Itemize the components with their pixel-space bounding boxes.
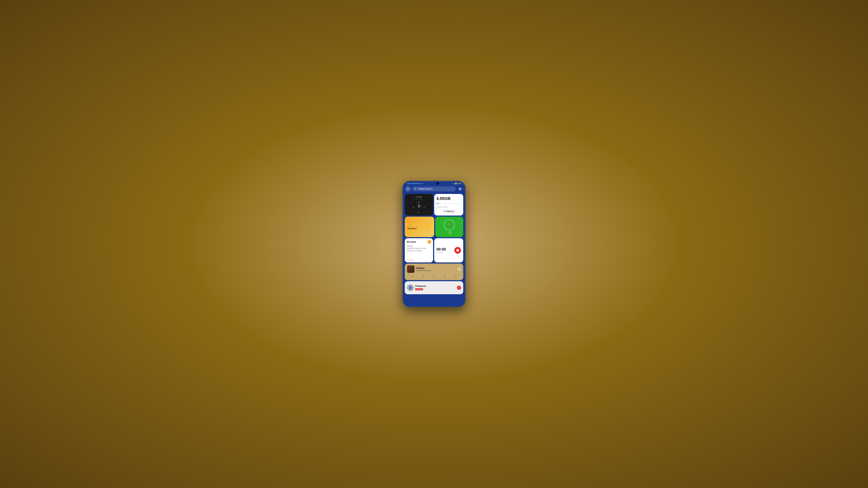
widget-row-2: -- ° Weather ☀️ 🚶 -- kcal -- km: [405, 217, 463, 237]
fitness-kcal: -- kcal: [447, 231, 451, 233]
social-actions: ●: [457, 286, 461, 290]
battery-value: 100%: [458, 183, 462, 185]
add-widget-button[interactable]: +: [405, 186, 411, 192]
widget-row-3: All notes + Packing MacBook, charger, mo…: [405, 238, 463, 262]
notes-widget[interactable]: All notes + Packing MacBook, charger, mo…: [405, 238, 433, 262]
clock-widget[interactable]: Chicago Never Settle 12 3 6 9: [405, 194, 433, 216]
recorder-info: 00:00 Recorder: [436, 247, 446, 253]
recorder-record-button[interactable]: [454, 247, 461, 254]
search-icon: 🔍: [414, 188, 417, 190]
recorder-time: 00:00: [436, 247, 446, 252]
notes-date: 12/27/2024: [407, 259, 431, 261]
ram-value: 4.55GB: [436, 196, 461, 201]
svg-text:6: 6: [418, 212, 419, 213]
music-note-5-icon[interactable]: ♫: [454, 274, 457, 278]
music-now-playing: Feather Sabrina Carpenter ○: [407, 265, 461, 273]
cleanup-icon: ✔: [444, 210, 445, 213]
fitness-widget[interactable]: 🚶 -- kcal -- km: [435, 217, 463, 237]
widget-row-1: Chicago Never Settle 12 3 6 9: [405, 194, 463, 216]
settings-button[interactable]: ⚙️: [457, 186, 463, 192]
ram-widget[interactable]: 4.55GB 58.9GB / 512GB ✔ Clean up: [434, 194, 463, 216]
phone-frame: 1:33 🔵🐦W M M ∞ ⊙ 🔵 📶 100% + 🔍 Global Sea…: [402, 181, 466, 307]
weather-temp: -- °: [407, 224, 417, 227]
music-note-1-icon[interactable]: ♫: [411, 274, 414, 278]
note-item-3: Steam deck, charger...: [407, 250, 431, 252]
music-artist: Sabrina Carpenter: [416, 269, 456, 271]
phone-container: 1:33 🔵🐦W M M ∞ ⊙ 🔵 📶 100% + 🔍 Global Sea…: [402, 181, 466, 307]
widget-grid: Chicago Never Settle 12 3 6 9: [403, 193, 465, 307]
recorder-widget[interactable]: 00:00 Recorder: [434, 238, 463, 262]
recorder-dot-icon: [456, 249, 459, 252]
svg-line-5: [419, 205, 421, 207]
weather-label: Weather: [407, 227, 417, 230]
camera-notch: [437, 183, 439, 185]
music-note-4-icon[interactable]: ♫: [443, 274, 446, 278]
social-tag: Supreme: [415, 288, 423, 290]
fitness-circle: 🚶: [444, 219, 455, 230]
ram-bar: [436, 203, 439, 204]
search-area: + 🔍 Global Search ⚙️: [403, 185, 465, 193]
clock-subtitle: Never Settle: [415, 198, 423, 200]
svg-text:9: 9: [413, 206, 414, 208]
ram-bar-container: [436, 203, 461, 204]
music-track-info: Feather Sabrina Carpenter: [416, 267, 456, 271]
weather-widget[interactable]: -- ° Weather ☀️: [405, 217, 434, 237]
weather-sun-icon: ☀️: [426, 224, 432, 230]
clock-face: 12 3 6 9: [412, 201, 426, 214]
notes-header: All notes +: [407, 240, 431, 244]
music-title: Feather: [416, 267, 456, 269]
note-item-1: Packing: [407, 245, 431, 247]
fitness-walker-icon: 🚶: [447, 222, 452, 227]
notes-content: Packing MacBook, charger, mouse Steam de…: [407, 245, 431, 258]
fitness-km: -- km: [447, 233, 451, 234]
bluetooth-icon: 🔵: [452, 183, 454, 185]
social-record-button[interactable]: ●: [457, 286, 461, 290]
cleanup-button[interactable]: ✔ Clean up: [442, 209, 456, 213]
fitness-stats: -- kcal -- km: [447, 231, 451, 234]
svg-point-7: [418, 207, 419, 207]
note-item-2: MacBook, charger, mouse: [407, 247, 431, 250]
social-name: Philipbeme: [415, 285, 456, 287]
status-bar: 1:33 🔵🐦W M M ∞ ⊙ 🔵 📶 100%: [403, 181, 465, 185]
wifi-icon: 📶: [455, 183, 457, 185]
global-search-bar[interactable]: 🔍 Global Search: [412, 187, 456, 191]
status-time: 1:33: [406, 183, 410, 185]
cleanup-label: Clean up: [446, 210, 454, 213]
music-controls: ♫ ♫ ♫ ♫ ♫: [407, 274, 461, 278]
svg-line-6: [417, 204, 419, 207]
music-note-2-icon[interactable]: ♫: [422, 274, 425, 278]
search-placeholder: Global Search: [418, 188, 432, 190]
music-album-art: [407, 265, 414, 273]
status-left: 1:33 🔵🐦W M M ∞ ⊙: [406, 183, 423, 185]
music-widget[interactable]: Feather Sabrina Carpenter ○ ♫ ♫ ♫ ♫ ♫: [405, 264, 463, 280]
music-note-3-icon[interactable]: ♫: [433, 274, 435, 278]
music-expand-button[interactable]: ○: [457, 267, 461, 271]
svg-text:12: 12: [418, 201, 420, 203]
social-record-icon: ●: [458, 287, 460, 289]
ram-detail: 58.9GB / 512GB: [436, 206, 461, 208]
recorder-label: Recorder: [436, 252, 446, 253]
social-content: Philipbeme Supreme: [415, 285, 456, 291]
social-widget[interactable]: 👤 Philipbeme Supreme ●: [405, 281, 463, 294]
status-icons: 🔵🐦W M M ∞ ⊙: [410, 183, 423, 185]
album-art-image: [407, 265, 414, 273]
weather-info: -- ° Weather: [407, 224, 417, 230]
social-avatar: 👤: [407, 284, 414, 291]
svg-text:3: 3: [424, 206, 425, 208]
clock-city: Chicago: [416, 196, 422, 198]
notes-title: All notes: [407, 241, 416, 243]
status-right: 🔵 📶 100%: [452, 183, 462, 185]
phone-screen: 1:33 🔵🐦W M M ∞ ⊙ 🔵 📶 100% + 🔍 Global Sea…: [403, 181, 465, 307]
notes-add-button[interactable]: +: [428, 240, 431, 244]
